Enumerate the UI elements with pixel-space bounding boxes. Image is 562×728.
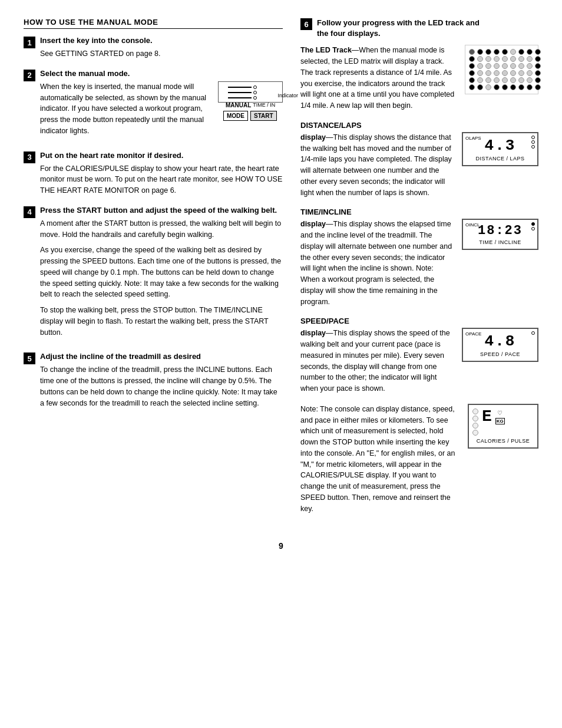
led-dot <box>494 84 500 90</box>
calories-pulse-text: Note: The console can display distance, … <box>300 404 459 515</box>
step-6-heading: Follow your progress with the LED track … <box>317 18 480 39</box>
time-incline-section: TIME/INCLINE display—This display shows … <box>300 207 538 307</box>
step-5-body: To change the incline of the treadmill, … <box>40 364 283 409</box>
led-track-section: The LED Track—When the manual mode is se… <box>300 45 538 111</box>
led-dot <box>494 70 500 76</box>
time-incline-top-label: OINCL <box>465 222 480 228</box>
distance-laps-indicators <box>531 136 535 149</box>
speed-pace-lcd: OPACE 4.8 SPEED / PACE <box>462 328 538 362</box>
led-dot <box>535 70 541 76</box>
time-incline-lcd: OINCL 18:23 TIME / INCLINE <box>462 219 538 250</box>
led-dot <box>485 56 491 62</box>
distance-laps-top-label: OLAPS <box>465 136 481 141</box>
mode-button-display: MODE <box>223 111 248 121</box>
led-dot <box>518 84 524 90</box>
calories-pulse-section: Note: The console can display distance, … <box>300 404 538 515</box>
step-3-heading: Put on the heart rate monitor if desired… <box>40 151 283 160</box>
time-incline-content: display—This display shows the elapsed t… <box>300 219 538 307</box>
led-dot <box>502 84 508 90</box>
led-dot <box>485 49 491 55</box>
left-column: HOW TO USE THE MANUAL MODE 1 Insert the … <box>24 18 283 523</box>
led-dot <box>485 84 491 90</box>
led-track-body: —When the manual mode is selected, the L… <box>300 46 454 110</box>
led-dot <box>510 70 516 76</box>
step-6-number: 6 <box>300 18 312 30</box>
step-5-heading: Adjust the incline of the treadmill as d… <box>40 352 283 361</box>
led-dot <box>502 56 508 62</box>
calories-pulse-content: Note: The console can display distance, … <box>300 404 538 515</box>
led-dot <box>494 63 500 69</box>
step-1-body: See GETTING STARTED on page 8. <box>40 48 283 60</box>
step-5: 5 Adjust the incline of the treadmill as… <box>24 352 283 409</box>
led-dot <box>477 56 483 62</box>
step-1-content: Insert the key into the console. See GET… <box>40 36 283 60</box>
calories-inner: E ♡ KG <box>472 409 534 436</box>
lcd-ind-dot-2 <box>531 227 535 230</box>
led-dot <box>518 56 524 62</box>
cal-dot <box>472 423 478 429</box>
calories-text-after: down the STOP button while inserting the… <box>300 438 455 513</box>
time-incline-label-bold: display <box>300 220 326 228</box>
step-3-number: 3 <box>24 151 35 163</box>
lcd-ind-dot-3 <box>531 145 535 149</box>
led-grid <box>465 45 538 94</box>
led-dot <box>469 56 475 62</box>
step-4-heading: Press the START button and adjust the sp… <box>40 206 283 215</box>
step-3: 3 Put on the heart rate monitor if desir… <box>24 151 283 196</box>
step-1: 1 Insert the key into the console. See G… <box>24 36 283 60</box>
step-3-content: Put on the heart rate monitor if desired… <box>40 151 283 196</box>
led-dot <box>502 70 508 76</box>
calories-pulse-lcd: E ♡ KG CALORIES / PULSE <box>468 404 538 449</box>
distance-laps-body: —This display shows the distance that th… <box>300 133 452 197</box>
led-dot <box>477 49 483 55</box>
led-dot <box>477 84 483 90</box>
step-2-number: 2 <box>24 70 35 81</box>
calories-dots-col <box>472 409 478 436</box>
led-dot <box>527 77 533 83</box>
calories-right-icons: ♡ KG <box>495 410 505 424</box>
step-2-heading: Select the manual mode. <box>40 69 283 78</box>
led-dot <box>535 63 541 69</box>
step-4-body-1: A moment after the START button is press… <box>40 218 283 241</box>
page-layout: HOW TO USE THE MANUAL MODE 1 Insert the … <box>24 18 538 523</box>
step-6-title-prefix: Follow your progress with the LED track … <box>317 18 480 27</box>
calories-text-before: Note: The console can display distance, … <box>300 405 455 436</box>
step-4: 4 Press the START button and adjust the … <box>24 206 283 343</box>
step-2-with-image: When the key is inserted, the manual mod… <box>40 81 283 137</box>
time-incline-lcd-label: TIME / INCLINE <box>468 239 533 245</box>
led-dot <box>518 77 524 83</box>
cals-label-badge: KG <box>495 418 505 424</box>
led-dot <box>510 56 516 62</box>
led-dot <box>502 63 508 69</box>
step-1-number: 1 <box>24 37 35 48</box>
indicator-dot-2 <box>253 91 257 94</box>
led-dot <box>535 49 541 55</box>
step-5-number: 5 <box>24 353 35 364</box>
led-dot <box>477 63 483 69</box>
led-dot <box>510 63 516 69</box>
led-dot <box>535 77 541 83</box>
led-dot <box>510 77 516 83</box>
time-in-label: TIME / IN <box>253 102 275 108</box>
distance-laps-section: DISTANCE/LAPS display—This display shows… <box>300 121 538 199</box>
led-dot <box>469 49 475 55</box>
step-6-header: 6 Follow your progress with the LED trac… <box>300 18 538 39</box>
speed-pace-label-bold: display <box>300 329 326 337</box>
lcd-ind-dot-1 <box>531 331 535 335</box>
calories-letter-container: E <box>482 409 492 425</box>
led-dot <box>535 56 541 62</box>
speed-pace-top-label: OPACE <box>465 331 481 337</box>
page-number: 9 <box>24 541 538 551</box>
calories-lcd-label: CALORIES / PULSE <box>472 438 534 444</box>
led-dot <box>527 63 533 69</box>
led-dot <box>469 84 475 90</box>
led-dot <box>527 84 533 90</box>
cal-dot <box>472 409 478 414</box>
manual-label: MANUAL <box>226 102 251 108</box>
lcd-ind-dot-1 <box>531 136 535 139</box>
led-dot <box>518 70 524 76</box>
led-track-text: The LED Track—When the manual mode is se… <box>300 45 456 111</box>
led-dot <box>518 49 524 55</box>
heart-icon: ♡ <box>497 410 503 416</box>
time-incline-text: display—This display shows the elapsed t… <box>300 219 453 307</box>
